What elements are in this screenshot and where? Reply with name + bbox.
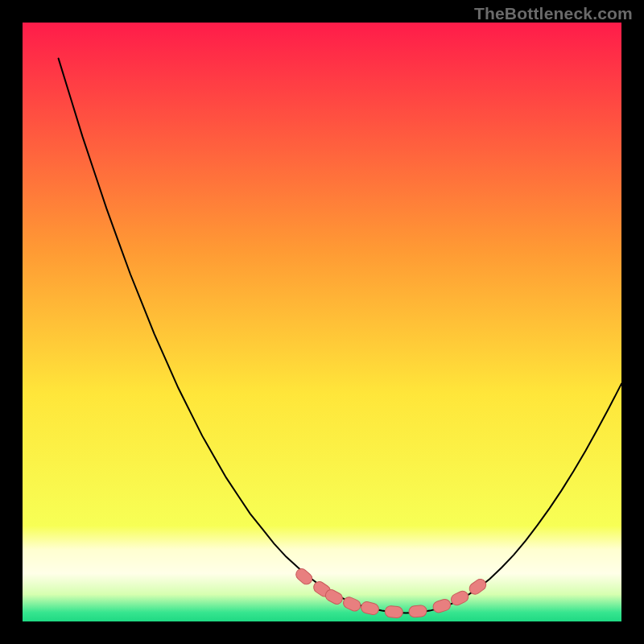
chart-frame: TheBottleneck.com [0, 0, 644, 644]
curve-marker [408, 605, 427, 617]
watermark-text: TheBottleneck.com [474, 4, 633, 23]
curve-marker [385, 605, 403, 618]
chart-svg [0, 0, 644, 644]
